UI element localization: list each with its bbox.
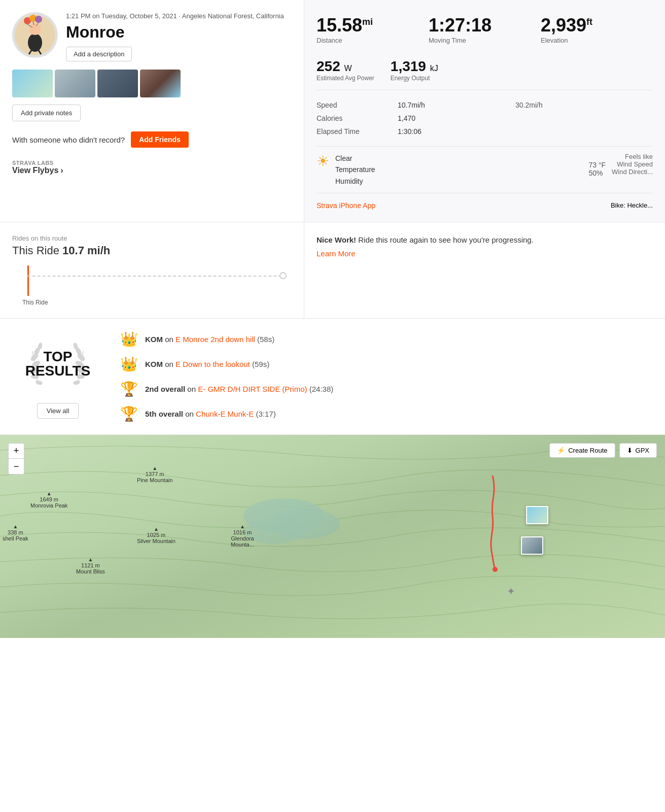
- photo-thumb-3[interactable]: [97, 70, 138, 97]
- photo-thumb-4[interactable]: [140, 70, 181, 97]
- result-text-2: KOM on E Down to the lookout (59s): [145, 360, 653, 368]
- nice-work-text: Nice Work! Ride this route again to see …: [317, 234, 653, 246]
- speed-value1: 10.7mi/h: [398, 98, 505, 112]
- gpx-button[interactable]: ⬇ GPX: [619, 443, 657, 458]
- photo-thumb-1[interactable]: [12, 70, 53, 97]
- elapsed-time-label: Elapsed Time: [317, 125, 398, 138]
- calories-row: Calories 1,470: [317, 112, 653, 125]
- create-route-button[interactable]: ⚡ Create Route: [549, 443, 615, 458]
- elevation-stat: 2,939ft Elevation: [541, 12, 653, 48]
- photo-marker-2[interactable]: [521, 536, 543, 555]
- elapsed-time-value: 1:30:06: [398, 125, 505, 138]
- results-left: TOP RESULTS View all: [12, 331, 103, 419]
- weather-section: ☀ Clear Temperature Humidity 73 °F 50% F…: [317, 146, 653, 193]
- distance-stat: 15.58mi Distance: [317, 12, 429, 48]
- weather-right: Feels like Wind Speed Wind Directi...: [612, 153, 653, 176]
- strava-labs-label: STRAVA LABS: [12, 160, 292, 166]
- view-all-button[interactable]: View all: [37, 403, 79, 419]
- gps-marker: ✦: [507, 585, 515, 597]
- elevation-label: Elevation: [541, 37, 647, 44]
- energy-value: 1,319 kJ: [391, 58, 438, 75]
- shell-peak-label: ▲ 338 m shell Peak: [3, 524, 28, 542]
- activity-meta: 1:21 PM on Tuesday, October 5, 2021 · An…: [66, 12, 292, 20]
- route-icon: ⚡: [557, 447, 565, 454]
- stats-table: Speed 10.7mi/h 30.2mi/h Calories 1,470 E…: [317, 98, 653, 138]
- chevron-right-icon: ›: [60, 166, 63, 175]
- photo-marker-inner-1: [527, 507, 547, 523]
- crown-icon-2: 👑: [120, 356, 138, 373]
- speed-label: Speed: [317, 98, 398, 112]
- trophy-icon-1: 🏆: [120, 381, 138, 397]
- svg-point-28: [493, 567, 498, 572]
- energy-stat: 1,319 kJ Energy Output: [391, 58, 438, 82]
- profile-info: 1:21 PM on Tuesday, October 5, 2021 · An…: [66, 12, 292, 61]
- distance-value: 15.58mi: [317, 16, 423, 35]
- app-link[interactable]: Strava iPhone App: [317, 201, 375, 210]
- result-item-3: 🏆 2nd overall on E- GMR D/H DIRT SIDE (P…: [120, 381, 653, 397]
- elapsed-time-row: Elapsed Time 1:30:06: [317, 125, 653, 138]
- elevation-value: 2,939ft: [541, 16, 647, 35]
- view-flybys-link[interactable]: View Flybys ›: [12, 166, 292, 175]
- strava-labs: STRAVA LABS View Flybys ›: [12, 160, 292, 175]
- speed-row: Speed 10.7mi/h 30.2mi/h: [317, 98, 653, 112]
- svg-point-15: [38, 343, 43, 350]
- segment-link-4[interactable]: Chunk-E Munk-E: [196, 410, 254, 418]
- speed-value2: 30.2mi/h: [505, 98, 653, 112]
- route-svg: [467, 476, 518, 577]
- silver-mountain-label: ▲ 1025 m Silver Mountain: [137, 526, 176, 544]
- route-chart: This Ride: [12, 265, 292, 306]
- zoom-in-button[interactable]: +: [9, 444, 24, 459]
- glendora-mountain-label: ▲ 1016 m Glendora Mounta...: [231, 524, 254, 548]
- result-item-2: 👑 KOM on E Down to the lookout (59s): [120, 356, 653, 373]
- add-friends-button[interactable]: Add Friends: [131, 131, 189, 148]
- topo-svg: [0, 435, 665, 638]
- chart-bar: [27, 265, 29, 296]
- trophy-icon-2: 🏆: [120, 405, 138, 422]
- segment-link-1[interactable]: E Monroe 2nd down hill: [176, 335, 255, 344]
- energy-label: Energy Output: [391, 75, 438, 82]
- results-section: TOP RESULTS View all 👑 KOM on E Monroe 2…: [0, 319, 665, 435]
- svg-point-24: [73, 381, 80, 385]
- zoom-out-button[interactable]: −: [9, 459, 24, 474]
- moving-time-value: 1:27:18: [429, 16, 535, 35]
- right-panel: 15.58mi Distance 1:27:18 Moving Time 2,9…: [304, 0, 665, 222]
- map-action-buttons: ⚡ Create Route ⬇ GPX: [549, 443, 657, 458]
- chart-this-ride-label: This Ride: [22, 299, 48, 306]
- moving-time-label: Moving Time: [429, 37, 535, 44]
- friends-section: With someone who didn't record? Add Frie…: [12, 131, 292, 148]
- photo-marker-1[interactable]: [526, 506, 548, 524]
- moving-time-stat: 1:27:18 Moving Time: [429, 12, 541, 48]
- distance-label: Distance: [317, 37, 423, 44]
- result-text-4: 5th overall on Chunk-E Munk-E (3:17): [145, 410, 653, 418]
- monrovia-peak-label: ▲ 1649 m Monrovia Peak: [30, 491, 67, 509]
- profile-header: 1:21 PM on Tuesday, October 5, 2021 · An…: [12, 12, 292, 61]
- friends-label: With someone who didn't record?: [12, 136, 125, 144]
- result-text-3: 2nd overall on E- GMR D/H DIRT SIDE (Pri…: [145, 385, 653, 393]
- stats-grid: 15.58mi Distance 1:27:18 Moving Time 2,9…: [317, 12, 653, 48]
- photos-strip: [12, 70, 292, 97]
- add-private-notes-button[interactable]: Add private notes: [12, 105, 81, 121]
- svg-point-1: [28, 33, 42, 52]
- map-controls: + −: [8, 443, 24, 475]
- result-item-4: 🏆 5th overall on Chunk-E Munk-E (3:17): [120, 405, 653, 422]
- laurel-wreath: TOP RESULTS: [25, 331, 91, 397]
- left-panel: 1:21 PM on Tuesday, October 5, 2021 · An…: [0, 0, 304, 222]
- svg-point-22: [74, 343, 78, 350]
- weather-values: 73 °F 50%: [588, 153, 606, 177]
- photo-thumb-2[interactable]: [55, 70, 95, 97]
- bike-label: Bike: Heckle...: [611, 201, 653, 210]
- learn-more-link[interactable]: Learn More: [317, 249, 653, 258]
- segment-link-2[interactable]: E Down to the lookout: [176, 360, 250, 368]
- segment-link-3[interactable]: E- GMR D/H DIRT SIDE (Primo): [198, 385, 307, 393]
- download-icon: ⬇: [627, 447, 633, 454]
- laurel-text: TOP RESULTS: [25, 350, 91, 378]
- rides-on-route-label: Rides on this route: [12, 234, 292, 242]
- add-description-button[interactable]: Add a description: [66, 47, 132, 61]
- route-section: Rides on this route This Ride 10.7 mi/h …: [0, 222, 665, 319]
- result-text-1: KOM on E Monroe 2nd down hill (58s): [145, 335, 653, 344]
- avatar: [12, 12, 58, 58]
- chart-line: [27, 276, 287, 277]
- calories-label: Calories: [317, 112, 398, 125]
- mount-bliss-label: ▲ 1121 m Mount Bliss: [76, 557, 105, 574]
- weather-icon: ☀: [317, 153, 329, 170]
